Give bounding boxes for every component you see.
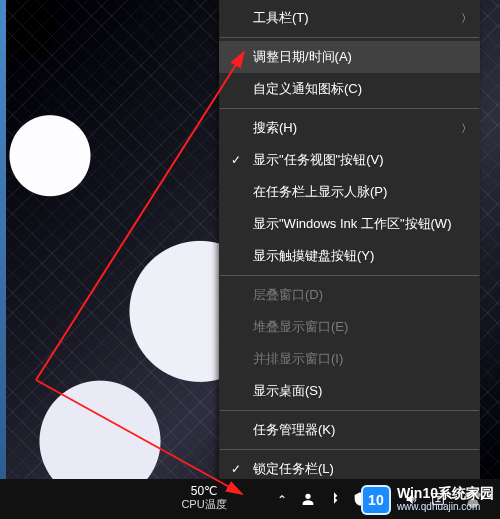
menu-separator xyxy=(220,410,479,411)
menu-separator xyxy=(220,37,479,38)
menu-item-label: 自定义通知图标(C) xyxy=(253,80,362,98)
menu-separator xyxy=(220,108,479,109)
watermark-url: www.qdhuajin.com xyxy=(397,500,494,514)
cpu-temp-label: CPU温度 xyxy=(176,498,232,511)
menu-item-label: 在任务栏上显示人脉(P) xyxy=(253,183,387,201)
menu-item-show-taskview-button[interactable]: ✓ 显示"任务视图"按钮(V) xyxy=(219,144,480,176)
bluetooth-icon[interactable] xyxy=(326,491,342,507)
window-bezel xyxy=(0,0,6,480)
menu-item-label: 显示"任务视图"按钮(V) xyxy=(253,151,384,169)
menu-item-label: 显示触摸键盘按钮(Y) xyxy=(253,247,374,265)
cpu-temp-widget[interactable]: 50℃ CPU温度 xyxy=(176,485,232,511)
menu-item-label: 任务管理器(K) xyxy=(253,421,335,439)
menu-item-label: 显示桌面(S) xyxy=(253,382,322,400)
cpu-temp-value: 50℃ xyxy=(176,485,232,498)
chevron-right-icon: 〉 xyxy=(461,121,472,136)
people-icon[interactable] xyxy=(300,491,316,507)
menu-item-custom-notification-icons[interactable]: 自定义通知图标(C) xyxy=(219,73,480,105)
check-icon: ✓ xyxy=(229,153,243,167)
menu-item-toolbars[interactable]: 工具栏(T) 〉 xyxy=(219,2,480,34)
menu-item-cascade-windows: 层叠窗口(D) xyxy=(219,279,480,311)
menu-item-label: 显示"Windows Ink 工作区"按钮(W) xyxy=(253,215,451,233)
menu-item-label: 搜索(H) xyxy=(253,119,297,137)
menu-item-label: 调整日期/时间(A) xyxy=(253,48,352,66)
taskbar-context-menu: 工具栏(T) 〉 调整日期/时间(A) 自定义通知图标(C) 搜索(H) 〉 ✓… xyxy=(219,0,480,519)
menu-item-show-ink-button[interactable]: 显示"Windows Ink 工作区"按钮(W) xyxy=(219,208,480,240)
menu-item-label: 并排显示窗口(I) xyxy=(253,350,343,368)
menu-item-adjust-datetime[interactable]: 调整日期/时间(A) xyxy=(219,41,480,73)
menu-separator xyxy=(220,449,479,450)
watermark-title: Win10系统家园 xyxy=(397,486,494,500)
menu-item-search[interactable]: 搜索(H) 〉 xyxy=(219,112,480,144)
menu-separator xyxy=(220,275,479,276)
menu-item-show-people[interactable]: 在任务栏上显示人脉(P) xyxy=(219,176,480,208)
menu-item-label: 层叠窗口(D) xyxy=(253,286,323,304)
menu-item-side-by-side-windows: 并排显示窗口(I) xyxy=(219,343,480,375)
menu-item-stacked-windows: 堆叠显示窗口(E) xyxy=(219,311,480,343)
check-icon: ✓ xyxy=(229,462,243,476)
chevron-right-icon: 〉 xyxy=(461,11,472,26)
watermark: 10 Win10系统家园 www.qdhuajin.com xyxy=(357,481,500,519)
menu-item-label: 堆叠显示窗口(E) xyxy=(253,318,348,336)
menu-item-label: 锁定任务栏(L) xyxy=(253,460,334,478)
watermark-logo: 10 xyxy=(361,485,391,515)
menu-item-show-touch-keyboard-button[interactable]: 显示触摸键盘按钮(Y) xyxy=(219,240,480,272)
menu-item-label: 工具栏(T) xyxy=(253,9,309,27)
menu-item-show-desktop[interactable]: 显示桌面(S) xyxy=(219,375,480,407)
tray-overflow-chevron-icon[interactable] xyxy=(274,491,290,507)
menu-item-task-manager[interactable]: 任务管理器(K) xyxy=(219,414,480,446)
